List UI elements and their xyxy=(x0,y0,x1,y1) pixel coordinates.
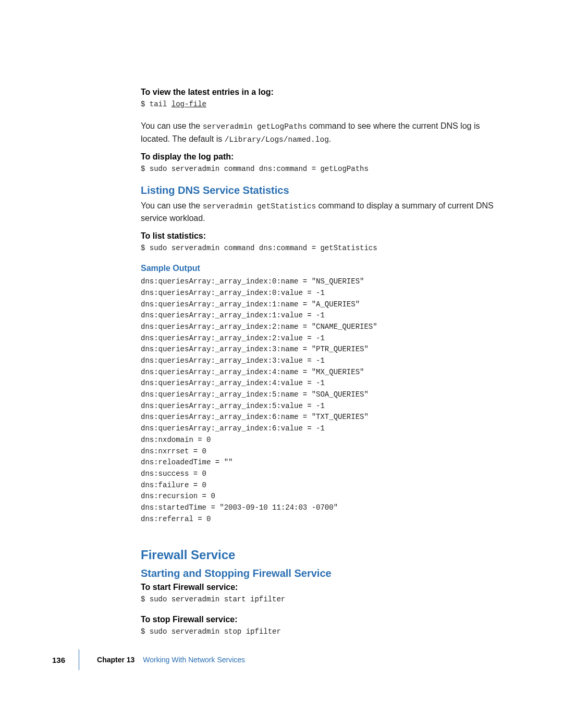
page-footer: 136 Chapter 13 Working With Network Serv… xyxy=(52,649,245,671)
code-getstatistics: $ sudo serveradmin command dns:command =… xyxy=(141,244,500,252)
page-content: To view the latest entries in a log: $ t… xyxy=(0,0,563,636)
paragraph-getstats: You can use the serveradmin getStatistic… xyxy=(141,200,500,226)
heading-view-log: To view the latest entries in a log: xyxy=(141,88,500,97)
heading-start-stop-firewall: Starting and Stopping Firewall Service xyxy=(141,567,500,579)
heading-to-stop-firewall: To stop Firewall service: xyxy=(141,615,500,624)
paragraph-getlogpaths: You can use the serveradmin getLogPaths … xyxy=(141,120,500,146)
sample-output-block: dns:queriesArray:_array_index:0:name = "… xyxy=(141,276,500,525)
code-start-ipfilter: $ sudo serveradmin start ipfilter xyxy=(141,595,500,603)
heading-sample-output: Sample Output xyxy=(141,264,500,273)
chapter-title: Working With Network Services xyxy=(143,656,245,664)
code-getlogpaths: $ sudo serveradmin command dns:command =… xyxy=(141,165,500,173)
heading-display-log-path: To display the log path: xyxy=(141,152,500,162)
code-stop-ipfilter: $ sudo serveradmin stop ipfilter xyxy=(141,627,500,636)
chapter-label: Chapter 13 xyxy=(97,656,134,664)
code-tail: $ tail log-file xyxy=(141,100,500,108)
heading-firewall-service: Firewall Service xyxy=(141,548,500,562)
heading-listing-stats: Listing DNS Service Statistics xyxy=(141,184,500,196)
heading-to-start-firewall: To start Firewall service: xyxy=(141,583,500,592)
page-number: 136 xyxy=(52,656,65,664)
footer-chapter: Chapter 13 Working With Network Services xyxy=(97,656,245,664)
footer-divider xyxy=(79,649,79,670)
heading-to-list-stats: To list statistics: xyxy=(141,231,500,241)
